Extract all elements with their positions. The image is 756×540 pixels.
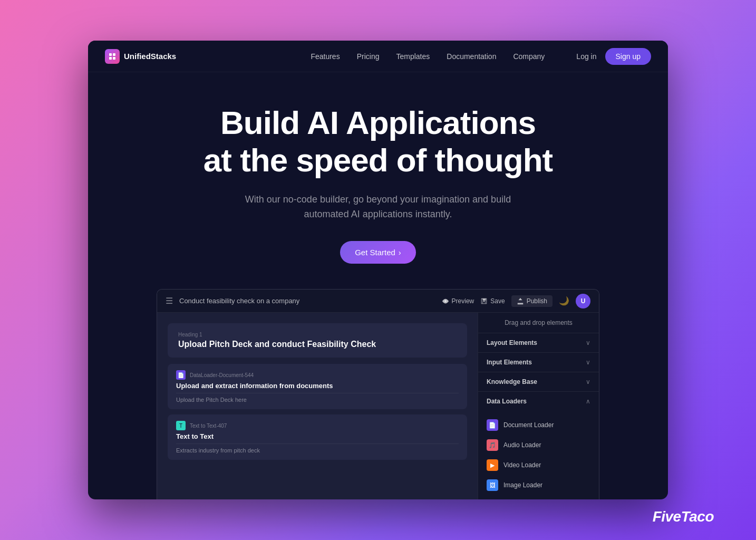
element-id-doc: DataLoader-Document-544: [190, 372, 254, 378]
loader-audio[interactable]: 🎵 Audio Loader: [484, 435, 593, 455]
section-data-loaders-header[interactable]: Data Loaders ∧: [478, 392, 599, 411]
element-desc-doc: Upload the Pitch Deck here: [176, 397, 459, 403]
doc-loader-icon: 📄: [176, 370, 186, 380]
app-canvas-title: Conduct feasibility check on a company: [179, 297, 442, 305]
hamburger-icon[interactable]: ☰: [166, 296, 173, 306]
document-loader-icon: 📄: [487, 419, 498, 431]
image-loader-icon: 🖼: [487, 479, 498, 491]
app-body: Heading 1 Upload Pitch Deck and conduct …: [157, 313, 599, 499]
video-loader-icon: ▶: [487, 459, 498, 471]
heading-card: Heading 1 Upload Pitch Deck and conduct …: [168, 323, 467, 358]
app-canvas: Heading 1 Upload Pitch Deck and conduct …: [157, 313, 478, 499]
app-preview: ☰ Conduct feasibility check on a company…: [157, 289, 599, 499]
login-button[interactable]: Log in: [576, 52, 596, 61]
hero-section: Build AI Applications at the speed of th…: [88, 72, 668, 499]
browser-window: UnifiedStacks Features Pricing Templates…: [88, 41, 668, 499]
section-knowledge: Knowledge Base ∨: [478, 372, 599, 392]
section-knowledge-header[interactable]: Knowledge Base ∨: [478, 372, 599, 391]
save-button[interactable]: Save: [480, 297, 505, 305]
theme-toggle[interactable]: 🌙: [559, 296, 569, 306]
section-data-loaders: Data Loaders ∧ 📄 Document Loader 🎵 Audio…: [478, 392, 599, 499]
hero-subtitle: With our no-code builder, go beyond your…: [236, 192, 520, 223]
get-started-button[interactable]: Get Started ›: [340, 241, 416, 264]
section-layout-header[interactable]: Layout Elements ∨: [478, 333, 599, 352]
sidebar-header: Drag and drop elements: [478, 313, 599, 333]
text-to-text-icon: T: [176, 421, 186, 430]
heading-text: Upload Pitch Deck and conduct Feasibilit…: [178, 340, 457, 349]
svg-rect-0: [109, 53, 112, 56]
divider: [176, 393, 459, 393]
logo-area: UnifiedStacks: [105, 49, 176, 64]
heading-label: Heading 1: [178, 332, 457, 338]
svg-rect-1: [113, 53, 115, 56]
app-sidebar: Drag and drop elements Layout Elements ∨…: [478, 313, 599, 499]
logo-icon: [105, 49, 120, 64]
signup-button[interactable]: Sign up: [605, 48, 651, 65]
fivetaco-brand: FiveTaco: [653, 508, 714, 525]
section-layout: Layout Elements ∨: [478, 333, 599, 353]
audio-loader-icon: 🎵: [487, 439, 498, 451]
element-id-text: Text to Text-407: [190, 423, 227, 429]
user-avatar[interactable]: U: [576, 294, 590, 308]
element-desc-text: Extracts industry from pitch deck: [176, 447, 459, 454]
nav-item-documentation[interactable]: Documentation: [447, 52, 496, 61]
section-input: Input Elements ∨: [478, 353, 599, 372]
element-name-text: Text to Text: [176, 432, 459, 440]
section-input-header[interactable]: Input Elements ∨: [478, 353, 599, 372]
publish-button[interactable]: Publish: [511, 295, 553, 307]
preview-button[interactable]: Preview: [442, 297, 474, 305]
chevron-layout: ∨: [586, 339, 590, 346]
hero-title: Build AI Applications at the speed of th…: [203, 104, 553, 179]
navbar: UnifiedStacks Features Pricing Templates…: [88, 41, 668, 72]
svg-rect-3: [113, 57, 115, 60]
logo-text: UnifiedStacks: [124, 52, 176, 61]
topbar-actions: Preview Save Publish 🌙 U: [442, 294, 590, 308]
nav-item-company[interactable]: Company: [513, 52, 545, 61]
loader-image[interactable]: 🖼 Image Loader: [484, 475, 593, 495]
nav-actions: Log in Sign up: [576, 48, 651, 65]
loader-video[interactable]: ▶ Video Loader: [484, 455, 593, 475]
app-topbar: ☰ Conduct feasibility check on a company…: [157, 290, 599, 313]
loader-document[interactable]: 📄 Document Loader: [484, 415, 593, 435]
divider2: [176, 443, 459, 444]
canvas-element-doc[interactable]: 📄 DataLoader-Document-544 Upload and ext…: [168, 364, 467, 409]
element-name-doc: Upload and extract information from docu…: [176, 382, 459, 390]
nav-item-templates[interactable]: Templates: [396, 52, 430, 61]
nav-item-features[interactable]: Features: [311, 52, 340, 61]
nav-item-pricing[interactable]: Pricing: [357, 52, 380, 61]
svg-point-4: [444, 300, 447, 302]
canvas-element-text[interactable]: T Text to Text-407 Text to Text Extracts…: [168, 414, 467, 460]
data-loaders-items: 📄 Document Loader 🎵 Audio Loader ▶ Video…: [478, 411, 599, 499]
chevron-input: ∨: [586, 359, 590, 366]
nav-links: Features Pricing Templates Documentation…: [311, 52, 545, 61]
svg-rect-2: [109, 57, 112, 60]
chevron-knowledge: ∨: [586, 378, 590, 385]
chevron-data-loaders: ∧: [586, 398, 590, 405]
